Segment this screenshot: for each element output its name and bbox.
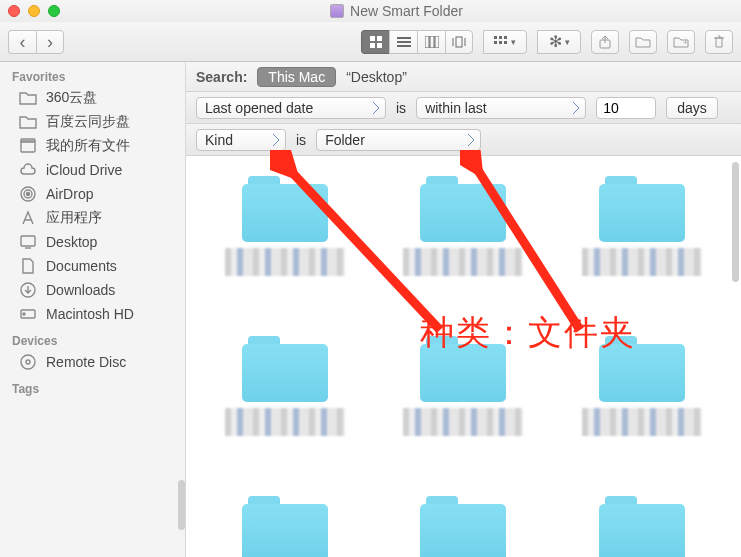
sidebar-item-airdrop[interactable]: AirDrop: [0, 182, 185, 206]
arrange-menu-button[interactable]: ▾: [483, 30, 527, 54]
criteria-connector: is: [396, 100, 406, 116]
svg-rect-15: [504, 36, 507, 39]
sidebar-item-remote-disc[interactable]: Remote Disc: [0, 350, 185, 374]
minimize-window-button[interactable]: [28, 5, 40, 17]
sidebar-item-label: Downloads: [46, 282, 115, 298]
criteria-value-input[interactable]: [596, 97, 656, 119]
view-icons-button[interactable]: [361, 30, 389, 54]
sidebar-item-desktop[interactable]: Desktop: [0, 230, 185, 254]
chevron-down-icon: ▾: [511, 37, 516, 47]
criteria-unit-select[interactable]: days: [666, 97, 718, 119]
cloud-icon: [18, 161, 38, 179]
close-window-button[interactable]: [8, 5, 20, 17]
criteria-attribute-select[interactable]: Last opened date: [196, 97, 386, 119]
view-coverflow-button[interactable]: [445, 30, 473, 54]
svg-point-29: [23, 313, 25, 315]
criteria-row-2: Kind is Folder: [186, 124, 741, 156]
folder-label: [225, 408, 345, 436]
svg-rect-2: [370, 43, 375, 48]
all-files-icon: [18, 137, 38, 155]
sidebar-item-documents[interactable]: Documents: [0, 254, 185, 278]
folder-item[interactable]: [573, 496, 711, 557]
nav-forward-button[interactable]: ›: [36, 30, 64, 54]
sidebar-item-applications[interactable]: 应用程序: [0, 206, 185, 230]
trash-icon: [713, 35, 725, 49]
criteria-condition-select[interactable]: within last: [416, 97, 586, 119]
folder-icon: [18, 89, 38, 107]
delete-button[interactable]: [705, 30, 733, 54]
documents-icon: [18, 257, 38, 275]
svg-point-31: [26, 360, 30, 364]
sidebar-item-icloud[interactable]: iCloud Drive: [0, 158, 185, 182]
svg-rect-3: [377, 43, 382, 48]
sidebar-item-label: 我的所有文件: [46, 137, 130, 155]
downloads-icon: [18, 281, 38, 299]
titlebar: New Smart Folder: [0, 0, 741, 22]
list-icon: [397, 36, 411, 48]
grid-icon: [369, 35, 383, 49]
svg-rect-10: [456, 37, 462, 47]
desktop-icon: [18, 233, 38, 251]
smart-folder-icon: [330, 4, 344, 18]
view-columns-button[interactable]: [417, 30, 445, 54]
scope-this-mac[interactable]: This Mac: [257, 67, 336, 87]
folder-label: [582, 408, 702, 436]
svg-rect-0: [370, 36, 375, 41]
folder-icon: [242, 336, 328, 402]
share-icon: [598, 35, 612, 49]
content-area: Search: This Mac “Desktop” Last opened d…: [186, 62, 741, 557]
tag-folder-icon: [635, 36, 651, 48]
view-mode-segment: [361, 30, 473, 54]
search-scope-bar: Search: This Mac “Desktop”: [186, 62, 741, 92]
sidebar-item-label: Desktop: [46, 234, 97, 250]
new-folder-button[interactable]: +: [667, 30, 695, 54]
svg-rect-18: [504, 41, 507, 44]
folder-item[interactable]: [573, 336, 711, 486]
folder-plus-icon: +: [673, 36, 689, 48]
svg-point-25: [27, 193, 30, 196]
share-button[interactable]: [591, 30, 619, 54]
criteria-condition-select[interactable]: Folder: [316, 129, 481, 151]
folder-item[interactable]: [216, 176, 354, 326]
sidebar-item-all-files[interactable]: 我的所有文件: [0, 134, 185, 158]
svg-rect-14: [499, 36, 502, 39]
results-icon-grid[interactable]: [186, 156, 741, 557]
folder-item[interactable]: [394, 336, 532, 486]
window-title: New Smart Folder: [350, 3, 463, 19]
folder-icon: [420, 496, 506, 557]
svg-rect-17: [499, 41, 502, 44]
folder-item[interactable]: [394, 496, 532, 557]
svg-rect-1: [377, 36, 382, 41]
svg-rect-13: [494, 36, 497, 39]
folder-icon: [599, 176, 685, 242]
window-controls: [8, 5, 60, 17]
sidebar-item-label: Macintosh HD: [46, 306, 134, 322]
sidebar-item-360[interactable]: 360云盘: [0, 86, 185, 110]
tags-button[interactable]: [629, 30, 657, 54]
hd-icon: [18, 305, 38, 323]
folder-item[interactable]: [216, 336, 354, 486]
scope-desktop[interactable]: “Desktop”: [346, 69, 407, 85]
sidebar-item-label: 应用程序: [46, 209, 102, 227]
search-label: Search:: [196, 69, 247, 85]
vertical-scrollbar[interactable]: [732, 162, 739, 282]
view-list-button[interactable]: [389, 30, 417, 54]
sidebar-scrollbar[interactable]: [178, 480, 185, 530]
folder-item[interactable]: [394, 176, 532, 326]
sidebar-heading-tags: Tags: [0, 374, 185, 398]
sidebar-item-label: 百度云同步盘: [46, 113, 130, 131]
sidebar-item-baidu[interactable]: 百度云同步盘: [0, 110, 185, 134]
sidebar-heading-favorites: Favorites: [0, 62, 185, 86]
zoom-window-button[interactable]: [48, 5, 60, 17]
folder-label: [403, 248, 523, 276]
coverflow-icon: [451, 36, 467, 48]
folder-label: [582, 248, 702, 276]
criteria-attribute-select[interactable]: Kind: [196, 129, 286, 151]
folder-item[interactable]: [573, 176, 711, 326]
nav-back-button[interactable]: ‹: [8, 30, 36, 54]
action-menu-button[interactable]: ✻▾: [537, 30, 581, 54]
sidebar-item-macintosh-hd[interactable]: Macintosh HD: [0, 302, 185, 326]
sidebar-item-downloads[interactable]: Downloads: [0, 278, 185, 302]
sidebar-item-label: 360云盘: [46, 89, 97, 107]
folder-item[interactable]: [216, 496, 354, 557]
